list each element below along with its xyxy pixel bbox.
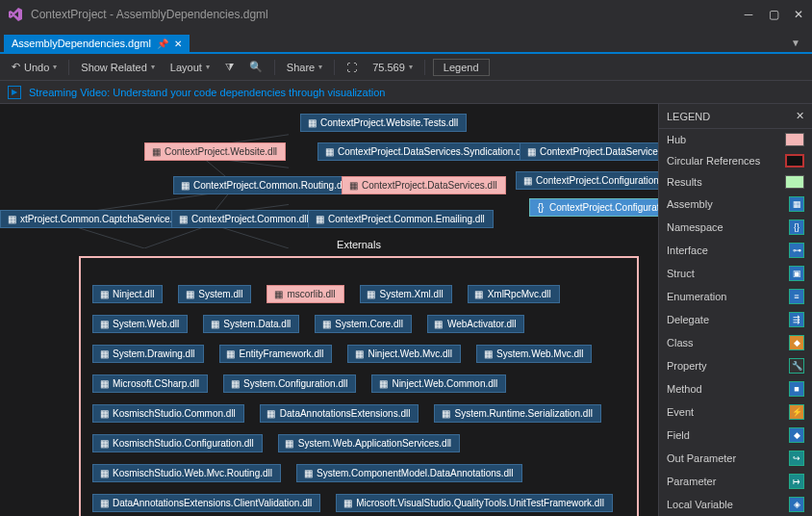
legend-item[interactable]: Struct▣ (659, 262, 812, 285)
legend-item[interactable]: Local Variable◈ (659, 493, 812, 516)
node-common[interactable]: ▦ContextProject.Common.dll (171, 210, 317, 228)
external-node[interactable]: ▦DataAnnotationsExtensions.ClientValidat… (92, 494, 320, 512)
external-node[interactable]: ▦Ninject.Web.Common.dll (371, 374, 506, 393)
zoom-dropdown[interactable]: 75.569 ▾ (368, 60, 417, 75)
type-icon: ■ (789, 381, 804, 397)
external-node[interactable]: ▦EntityFramework.dll (219, 345, 333, 363)
fit-button[interactable]: ⛶ (343, 60, 361, 75)
legend-label: Out Parameter (667, 452, 736, 464)
search-button[interactable]: 🔍 (245, 59, 266, 75)
legend-item[interactable]: Method■ (659, 377, 812, 400)
assembly-icon: ▦ (266, 409, 276, 419)
external-node[interactable]: ▦System.Web.ApplicationServices.dll (278, 434, 460, 452)
external-node[interactable]: ▦Microsoft.CSharp.dll (92, 374, 208, 393)
node-label: System.Drawing.dll (113, 348, 195, 359)
external-node[interactable]: ▦System.Web.Mvc.dll (476, 345, 592, 363)
node-label: Microsoft.CSharp.dll (113, 378, 199, 389)
external-node[interactable]: ▦System.Drawing.dll (92, 345, 204, 363)
close-icon[interactable]: ✕ (793, 9, 804, 20)
filter-button[interactable]: ⧩ (221, 59, 238, 75)
externals-group[interactable]: Externals ▦Ninject.dll▦System.dll▦mscorl… (79, 256, 639, 516)
legend-item[interactable]: Property🔧 (659, 354, 812, 377)
node-label: Ninject.Web.Common.dll (392, 378, 497, 389)
legend-item[interactable]: Results (659, 171, 812, 193)
maximize-icon[interactable]: ▢ (768, 9, 779, 20)
legend-item[interactable]: Class◆ (659, 331, 812, 354)
node-emailing[interactable]: ▦ContextProject.Common.Emailing.dll (308, 210, 494, 228)
share-button[interactable]: Share ▾ (283, 60, 326, 75)
external-node[interactable]: ▦System.Core.dll (315, 315, 412, 333)
assembly-icon: ▦ (321, 320, 331, 329)
separator (274, 60, 275, 75)
external-node[interactable]: ▦KosmischStudio.Common.dll (92, 404, 244, 423)
legend-item[interactable]: Namespace{} (659, 216, 812, 239)
legend-item[interactable]: Hub (659, 129, 812, 150)
streaming-video-link[interactable]: Streaming Video: Understand your code de… (29, 87, 385, 98)
layout-button[interactable]: Layout ▾ (166, 60, 214, 75)
tab-collapse-icon[interactable]: ▼ (787, 34, 804, 52)
node-website[interactable]: ▦ContextProject.Website.dll (144, 142, 286, 161)
legend-panel: LEGEND ✕ HubCircular ReferencesResultsAs… (658, 104, 812, 516)
legend-item[interactable]: Delegate⇶ (659, 308, 812, 331)
legend-item[interactable]: Enumeration≡ (659, 285, 812, 308)
external-node[interactable]: ▦System.Xml.dll (360, 285, 452, 303)
assembly-icon: ▦ (151, 147, 161, 157)
pin-icon[interactable]: 📌 (157, 39, 168, 49)
node-metaweblog[interactable]: ▦ContextProject.DataServices.MetaWeblog.… (520, 142, 658, 161)
node-configuration-dll[interactable]: ▦ContextProject.Configuration.dll (516, 171, 658, 190)
node-website-tests[interactable]: ▦ContextProject.Website.Tests.dll (300, 114, 467, 132)
node-label: System.Web.Mvc.dll (496, 348, 583, 359)
type-icon: ⚡ (789, 404, 804, 420)
external-node[interactable]: ▦System.Runtime.Serialization.dll (434, 404, 600, 423)
graph-canvas[interactable]: ▦ContextProject.Website.Tests.dll ▦Conte… (0, 104, 658, 516)
play-icon[interactable]: ▶ (8, 86, 21, 99)
legend-item[interactable]: Assembly▦ (659, 193, 812, 216)
assembly-icon: ▦ (226, 349, 236, 359)
namespace-icon: {} (536, 203, 546, 213)
node-configuration[interactable]: {}ContextProject.Configuration (529, 198, 658, 217)
external-node[interactable]: ▦System.Configuration.dll (223, 374, 356, 393)
external-node[interactable]: ▦mscorlib.dll (266, 285, 343, 303)
assembly-icon: ▦ (378, 379, 388, 389)
assembly-icon: ▦ (441, 409, 450, 419)
legend-item[interactable]: Event⚡ (659, 400, 812, 424)
show-related-button[interactable]: Show Related ▾ (77, 60, 159, 75)
assembly-icon: ▦ (185, 290, 194, 299)
external-node[interactable]: ▦XmlRpcMvc.dll (468, 285, 560, 303)
node-captcha[interactable]: ▦xtProject.Common.CaptchaService.dll (0, 210, 190, 228)
external-node[interactable]: ▦Microsoft.VisualStudio.QualityTools.Uni… (336, 494, 613, 512)
chevron-down-icon: ▾ (409, 63, 413, 71)
external-node[interactable]: ▦System.Web.dll (92, 315, 188, 333)
assembly-icon: ▦ (354, 349, 364, 359)
type-icon: ↦ (789, 474, 804, 489)
tab-close-icon[interactable]: ✕ (174, 39, 182, 49)
legend-item[interactable]: Out Parameter↪ (659, 447, 812, 470)
legend-close-icon[interactable]: ✕ (796, 110, 804, 122)
minimize-icon[interactable]: ─ (743, 9, 754, 20)
legend-item[interactable]: Parameter↦ (659, 470, 812, 493)
node-label: System.Runtime.Serialization.dll (454, 408, 592, 419)
node-routing[interactable]: ▦ContextProject.Common.Routing.dll (173, 176, 355, 194)
node-label: Microsoft.VisualStudio.QualityTools.Unit… (356, 498, 604, 508)
node-dataservices[interactable]: ▦ContextProject.DataServices.dll (342, 176, 506, 194)
external-node[interactable]: ▦Ninject.dll (92, 285, 163, 303)
undo-button[interactable]: ↶ Undo ▾ (8, 59, 61, 75)
external-node[interactable]: ▦DataAnnotationsExtensions.dll (260, 404, 419, 423)
external-node[interactable]: ▦System.ComponentModel.DataAnnotations.d… (296, 464, 522, 482)
legend-label: Struct (667, 268, 695, 279)
external-node[interactable]: ▦Ninject.Web.Mvc.dll (347, 345, 461, 363)
legend-item[interactable]: Interface⊶ (659, 239, 812, 262)
legend-item[interactable]: Field◆ (659, 424, 812, 447)
external-node[interactable]: ▦KosmischStudio.Configuration.dll (92, 434, 263, 452)
assembly-icon: ▦ (522, 176, 532, 186)
legend-button[interactable]: Legend (433, 59, 490, 76)
external-node[interactable]: ▦System.dll (178, 285, 251, 303)
separator (334, 60, 335, 75)
node-syndication[interactable]: ▦ContextProject.DataServices.Syndication… (317, 142, 534, 161)
external-node[interactable]: ▦System.Data.dll (203, 315, 299, 333)
external-node[interactable]: ▦KosmischStudio.Web.Mvc.Routing.dll (92, 464, 281, 482)
show-related-label: Show Related (81, 62, 147, 73)
legend-item[interactable]: Circular References (659, 150, 812, 171)
external-node[interactable]: ▦WebActivator.dll (427, 315, 525, 333)
tab-assemblydependencies[interactable]: AssemblyDependencies.dgml 📌 ✕ (4, 35, 190, 52)
